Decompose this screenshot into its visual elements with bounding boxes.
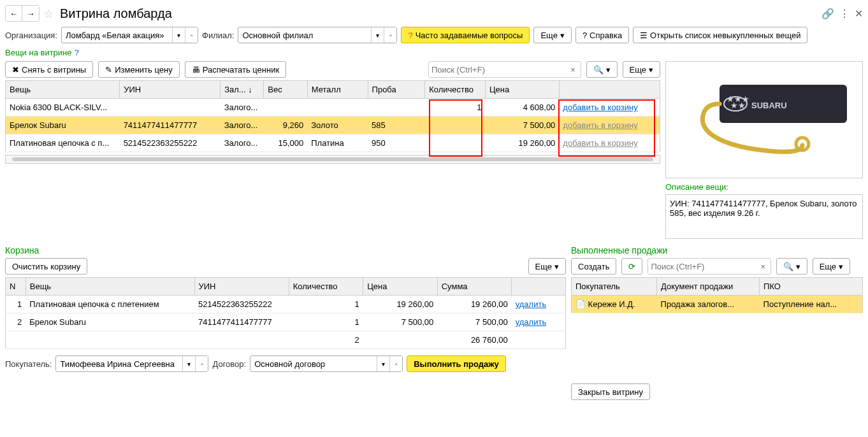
do-sale-button[interactable]: Выполнить продажу xyxy=(407,355,506,372)
buyer-label: Покупатель: xyxy=(5,359,52,369)
delete-link[interactable]: удалить xyxy=(516,299,546,309)
back-button[interactable]: ← xyxy=(6,6,22,21)
refresh-button[interactable]: ⟳ xyxy=(621,258,642,275)
open-list-button[interactable]: ☰ Открыть список невыкупленных вещей xyxy=(633,27,807,43)
close-vitrine-button[interactable]: Закрыть витрину xyxy=(571,383,650,400)
print-tag-button[interactable]: 🖶 Распечатать ценник xyxy=(185,61,286,78)
description-text: УИН: 7411477411477777, Брелок Subaru, зо… xyxy=(665,194,863,239)
sales-search-button[interactable]: 🔍 ▾ xyxy=(776,258,807,275)
search-input[interactable]: × xyxy=(428,61,581,78)
table-row[interactable]: Платиновая цепочка с п...521452236325522… xyxy=(6,134,660,152)
filial-label: Филиал: xyxy=(202,31,234,40)
svg-text:SUBARU: SUBARU xyxy=(751,101,787,110)
clear-search-icon[interactable]: × xyxy=(568,65,578,75)
page-title: Витрина ломбарда xyxy=(60,6,172,21)
kebab-menu-icon[interactable]: ⋮ xyxy=(839,8,850,20)
filial-select[interactable]: Основной филиал ▾ ▫ xyxy=(238,27,397,43)
link-icon[interactable]: 🔗 xyxy=(821,8,834,20)
create-button[interactable]: Создать xyxy=(571,258,616,275)
cart-section-title: Корзина xyxy=(5,245,566,255)
table-row[interactable]: 2Брелок Subaru741147741147777717 500,007… xyxy=(6,313,566,331)
svg-text:★: ★ xyxy=(727,94,734,104)
open-icon[interactable]: ▫ xyxy=(384,27,396,43)
close-icon[interactable]: ✕ xyxy=(855,8,863,20)
cart-table: N Вещь УИН Количество Цена Сумма 1Платин… xyxy=(5,277,566,349)
dropdown-icon[interactable]: ▾ xyxy=(371,27,384,43)
table-row[interactable]: 1Платиновая цепочка с плетением521452236… xyxy=(6,296,566,313)
vitrine-section-title: Вещи на витрине? xyxy=(5,47,863,57)
table-row[interactable]: Nokia 6300 BLACK-SILV...Залого...14 608,… xyxy=(6,99,660,117)
help-button[interactable]: ? Справка xyxy=(575,27,629,43)
clear-cart-button[interactable]: Очистить корзину xyxy=(5,258,87,275)
open-icon[interactable]: ▫ xyxy=(389,356,402,371)
change-price-button[interactable]: ✎ Изменить цену xyxy=(98,61,179,78)
contract-label: Договор: xyxy=(212,359,246,369)
dropdown-icon[interactable]: ▾ xyxy=(377,356,389,371)
svg-text:★: ★ xyxy=(742,94,749,104)
search-button[interactable]: 🔍 ▾ xyxy=(586,61,618,78)
dropdown-icon[interactable]: ▾ xyxy=(182,356,195,371)
favorite-star-icon[interactable]: ☆ xyxy=(43,7,56,20)
more-button[interactable]: Еще ▾ xyxy=(533,27,571,43)
sales-search-input[interactable]: × xyxy=(647,258,771,275)
table-row[interactable]: Брелок Subaru7411477411477777Залого...9,… xyxy=(6,117,660,134)
add-to-cart-link[interactable]: добавить в корзину xyxy=(563,120,637,130)
sales-more-button[interactable]: Еще ▾ xyxy=(813,258,850,275)
add-to-cart-link[interactable]: добавить в корзину xyxy=(563,138,637,148)
vitrine-table: Вещь УИН Зал... ↓ Вес Металл Проба Колич… xyxy=(5,80,660,152)
horizontal-scrollbar[interactable] xyxy=(5,155,660,164)
contract-select[interactable]: Основной договор ▾ ▫ xyxy=(250,355,403,372)
faq-button[interactable]: ?Часто задаваемые вопросы xyxy=(401,27,530,43)
open-icon[interactable]: ▫ xyxy=(195,356,208,371)
sales-section-title: Выполненные продажи xyxy=(571,245,863,255)
clear-search-icon[interactable]: × xyxy=(758,262,768,271)
sales-table: Покупатель Документ продажи ПКО 📄 Кереже… xyxy=(571,277,863,313)
remove-button[interactable]: ✖ Снять с витрины xyxy=(5,61,93,78)
item-preview-image: ★ ★★ ★★ SUBARU xyxy=(665,61,863,178)
org-label: Организация: xyxy=(5,31,57,40)
org-select[interactable]: Ломбард «Белая акация» ▾ ▫ xyxy=(61,27,198,43)
forward-button[interactable]: → xyxy=(22,6,39,21)
dropdown-icon[interactable]: ▾ xyxy=(172,27,185,43)
delete-link[interactable]: удалить xyxy=(516,317,546,327)
description-label: Описание вещи: xyxy=(665,182,863,192)
open-icon[interactable]: ▫ xyxy=(185,27,198,43)
more-button-2[interactable]: Еще ▾ xyxy=(623,61,660,78)
table-row[interactable]: 📄 Кереже И.Д.Продажа залогов...Поступлен… xyxy=(572,296,863,313)
buyer-select[interactable]: Тимофеева Ирина Сергеевна ▾ ▫ xyxy=(55,355,208,372)
add-to-cart-link[interactable]: добавить в корзину xyxy=(563,103,637,112)
more-cart-button[interactable]: Еще ▾ xyxy=(528,258,566,275)
